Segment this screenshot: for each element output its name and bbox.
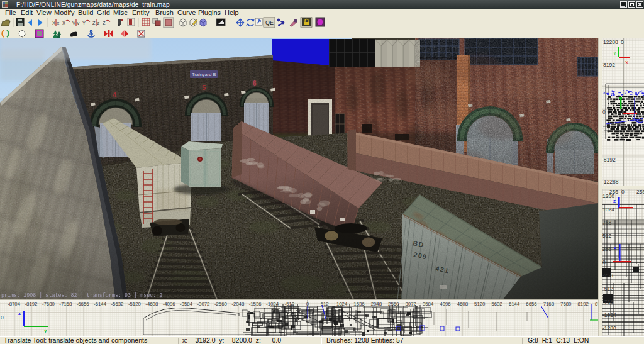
svg-text:4096: 4096 (440, 301, 450, 307)
svg-text:0: 0 (621, 189, 625, 195)
svg-text:-256: -256 (602, 272, 613, 279)
svg-text:Z: Z (103, 20, 106, 26)
svg-text:5632: 5632 (492, 301, 502, 307)
svg-text:Y: Y (613, 50, 617, 56)
svg-text:6144: 6144 (509, 301, 520, 307)
svg-text:z: z (97, 20, 100, 26)
svg-text:-4608: -4608 (145, 301, 158, 307)
svg-text:256: 256 (636, 189, 644, 195)
svg-text:1280: 1280 (602, 193, 614, 199)
svg-text:y: y (44, 328, 47, 333)
svg-text:-1280: -1280 (602, 325, 616, 331)
svg-text:512: 512 (602, 233, 611, 239)
svg-text:V: V (72, 20, 75, 26)
svg-text:8704: 8704 (595, 301, 598, 307)
svg-text:-4096: -4096 (163, 301, 175, 307)
svg-text:X: X (62, 20, 65, 26)
svg-text:-12288: -12288 (602, 179, 619, 185)
svg-text:X: X (52, 20, 55, 26)
svg-text:3584: 3584 (423, 301, 434, 307)
svg-text:-8192: -8192 (602, 157, 616, 163)
svg-text:prims: 1908 | states: 82 | tra: prims: 1908 | states: 82 | transforms: 9… (1, 292, 162, 299)
svg-text:-512: -512 (602, 286, 613, 292)
svg-text:Z: Z (92, 20, 96, 26)
svg-text:768: 768 (602, 219, 611, 226)
svg-text:4608: 4608 (457, 301, 468, 307)
svg-text:-5632: -5632 (111, 301, 124, 307)
svg-text:z: z (18, 311, 21, 316)
svg-text:0: 0 (1, 314, 4, 321)
svg-text:5120: 5120 (474, 301, 486, 307)
svg-text:Y: Y (82, 20, 86, 26)
svg-text:QE: QE (265, 19, 274, 26)
svg-text:-768: -768 (602, 299, 613, 305)
svg-text:x: x (57, 20, 60, 26)
svg-text:6656: 6656 (526, 301, 536, 307)
svg-text:12288: 12288 (603, 39, 618, 45)
svg-text:8192: 8192 (578, 301, 589, 307)
svg-text:-6144: -6144 (94, 301, 107, 307)
svg-text:-2048: -2048 (231, 301, 244, 307)
svg-text:0: 0 (621, 39, 624, 45)
svg-text:-6656: -6656 (77, 301, 89, 307)
svg-text:-7168: -7168 (59, 301, 72, 307)
svg-text:-2560: -2560 (214, 301, 228, 307)
svg-text:0: 0 (602, 109, 606, 115)
svg-text:-3072: -3072 (197, 301, 210, 307)
svg-text:-3584: -3584 (180, 301, 193, 307)
svg-text:X: X (625, 60, 629, 65)
svg-text:-8704: -8704 (8, 301, 21, 307)
svg-text:7168: 7168 (543, 301, 554, 307)
svg-text:1024: 1024 (602, 206, 614, 213)
svg-text:-7680: -7680 (42, 301, 55, 307)
svg-text:v: v (77, 20, 80, 26)
svg-text:-1024: -1024 (602, 312, 616, 318)
svg-text:-1536: -1536 (249, 301, 262, 307)
svg-text:7680: 7680 (560, 301, 572, 307)
svg-text:256: 256 (602, 246, 611, 252)
svg-text:-5120: -5120 (128, 301, 142, 307)
svg-text:z: z (614, 245, 616, 250)
svg-text:0: 0 (602, 259, 606, 265)
svg-text:-8192: -8192 (25, 301, 38, 307)
svg-text:8192: 8192 (603, 62, 615, 68)
